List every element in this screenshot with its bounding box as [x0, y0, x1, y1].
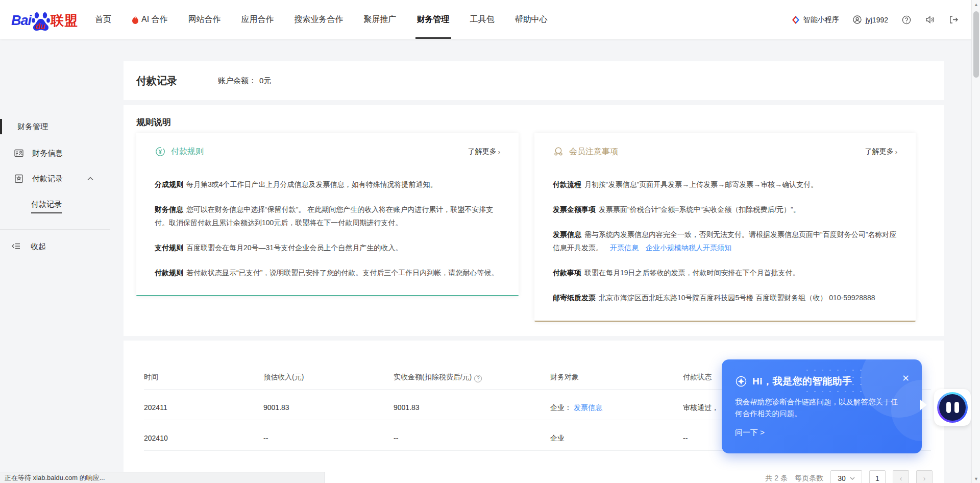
assistant-message: 我会帮助您诊断合作链路问题，以及解答您关于任何合作相关的问题。 [735, 396, 903, 420]
total-count: 共 2 条 [765, 474, 788, 483]
robot-avatar [937, 392, 968, 423]
payment-rules-more-link[interactable]: 了解更多› [468, 147, 500, 156]
cell-status: 审核通过， [683, 403, 719, 413]
compass-icon [735, 375, 747, 388]
cell-status: -- [683, 434, 688, 442]
nav-item-home[interactable]: 首页 [93, 0, 113, 39]
paw-icon: du [32, 10, 50, 31]
sidebar: 财务管理 财务信息 付款记录 付款记录 收起 [0, 39, 110, 483]
nav-item-ai[interactable]: AI 合作 [130, 0, 169, 39]
scroll-up-arrow[interactable]: ▲ [972, 0, 980, 9]
user-icon [852, 15, 863, 25]
cell-actual: 9001.83 [394, 403, 420, 412]
finance-info-icon [14, 148, 24, 158]
scrollbar-thumb[interactable] [973, 11, 979, 78]
sidebar-divider [0, 229, 110, 230]
active-section-indicator [0, 119, 2, 134]
member-notes-more-link[interactable]: 了解更多› [865, 147, 897, 156]
sidebar-item-payment-record[interactable]: 付款记录 [0, 170, 110, 187]
status-text: 正在等待 xlab.baidu.com 的响应... [5, 473, 105, 482]
cell-target: 企业 [550, 434, 565, 443]
flame-icon [132, 15, 139, 24]
rule-sharing: 分成规则每月第3或4个工作日产出上月分成信息及发票信息，如有特殊情况将提前通知。 [155, 178, 503, 191]
col-estimated: 预估收入(元) [263, 373, 304, 382]
payment-rules-card-title: 付款规则 [171, 147, 204, 157]
per-page-label: 每页条数 [795, 474, 823, 483]
browser-status-bar: 正在等待 xlab.baidu.com 的响应... [0, 472, 325, 483]
account-balance: 账户余额：0元 [218, 76, 271, 86]
cell-actual: -- [394, 434, 398, 442]
rules-title: 规则说明 [136, 116, 171, 128]
speaker-icon[interactable] [925, 15, 935, 25]
help-icon[interactable] [901, 15, 912, 25]
note-invoice-amount: 发票金额事项发票票面“价税合计”金额=系统中“实收金额（扣除税费后/元）”。 [553, 203, 900, 216]
chevron-right-icon: › [498, 148, 500, 156]
col-status: 付款状态 [683, 373, 712, 382]
miniapp-diamond-icon [791, 15, 800, 25]
page-title: 付款记录 [136, 74, 177, 88]
assistant-robot-button[interactable] [934, 389, 971, 426]
baidu-union-logo[interactable]: Bai du 联盟 [11, 8, 78, 31]
ask-now-link[interactable]: 问一下 > [735, 428, 765, 438]
note-invoice-info: 发票信息需与系统内发票信息内容完全一致，否则无法支付。请根据发票信息页面中“百度… [553, 228, 900, 254]
member-notes-card: 会员注意事项 了解更多› 付款流程月初按“发票信息”页面开具发票→上传发票→邮寄… [534, 133, 916, 322]
logo-text-du: du [35, 22, 45, 31]
small-taxpayer-guide-link[interactable]: 企业小规模纳税人开票须知 [646, 244, 731, 252]
member-notes-card-title: 会员注意事项 [569, 147, 618, 157]
sidebar-item-finance-info[interactable]: 财务信息 [0, 144, 110, 162]
user-account[interactable]: jyj1992 [852, 15, 888, 25]
page-number-button[interactable]: 1 [869, 470, 886, 483]
payment-rules-card: 付款规则 了解更多› 分成规则每月第3或4个工作日产出上月分成信息及发票信息，如… [136, 133, 519, 296]
logout-icon[interactable] [948, 15, 959, 25]
per-page-select[interactable]: 30 [830, 470, 862, 483]
nav-item-app[interactable]: 应用合作 [240, 0, 276, 39]
payment-record-icon [14, 174, 24, 184]
logo-text-bai: Bai [11, 10, 31, 31]
invoice-info-link[interactable]: 开票信息 [610, 244, 639, 252]
nav-item-screen-promo[interactable]: 聚屏推广 [362, 0, 398, 39]
note-mail-invoice: 邮寄纸质发票北京市海淀区西北旺东路10号院百度科技园5号楼 百度联盟财务组（收）… [553, 291, 900, 304]
assistant-popup: Hi，我是您的智能助手 ✕ 我会帮助您诊断合作链路问题，以及解答您关于任何合作相… [722, 359, 922, 453]
rule-pay-schedule: 支付规则百度联盟会在每月20号—31号支付企业会员上个自然月产生的收入。 [155, 241, 503, 254]
rules-panel: 规则说明 付款规则 了解更多› 分成规则每月第3或4个工作日产出上月分成信息及发… [124, 105, 944, 336]
cell-time: 202411 [144, 403, 167, 412]
member-badge-icon [553, 146, 564, 157]
invoice-info-table-link[interactable]: 发票信息 [574, 403, 602, 412]
sidebar-collapse-button[interactable]: 收起 [0, 239, 110, 254]
collapse-icon [11, 242, 20, 251]
cell-estimated: -- [263, 434, 268, 442]
sidebar-section-finance[interactable]: 财务管理 [0, 119, 110, 134]
note-payment-matter: 付款事项联盟在每月19日之后签收的发票，付款时间安排在下个月首批支付。 [553, 266, 900, 279]
nav-item-finance[interactable]: 财务管理 [415, 0, 451, 39]
col-target: 财务对象 [550, 373, 579, 382]
chevron-up-icon[interactable] [87, 177, 93, 181]
rule-finance-info: 财务信息您可以在财务信息中选择“保留付款”。 在此期间您产生的收入将在账户内进行… [155, 203, 503, 229]
next-page-button[interactable]: › [916, 470, 933, 483]
balance-value: 0元 [259, 76, 271, 85]
nav-item-help-center[interactable]: 帮助中心 [513, 0, 549, 39]
payment-record-header-panel: 付款记录 账户余额：0元 [124, 61, 944, 100]
sidebar-subitem-payment-record[interactable]: 付款记录 [31, 200, 62, 213]
nav-item-search-business[interactable]: 搜索业务合作 [293, 0, 345, 39]
cell-estimated: 9001.83 [263, 403, 289, 412]
cell-time: 202410 [144, 434, 168, 442]
nav-item-toolkit[interactable]: 工具包 [469, 0, 496, 39]
miniapp-entry[interactable]: 智能小程序 [791, 15, 839, 25]
nav-item-website[interactable]: 网站合作 [187, 0, 223, 39]
popup-tail-arrow [920, 399, 927, 410]
close-icon[interactable]: ✕ [902, 374, 910, 383]
question-circle-icon[interactable]: ? [474, 375, 482, 382]
col-time: 时间 [144, 373, 158, 382]
col-actual: 实收金额(扣除税费后/元)? [394, 373, 482, 382]
balance-label: 账户余额： [218, 76, 256, 85]
main-nav: 首页 AI 合作 网站合作 应用合作 搜索业务合作 聚屏推广 财务管理 工具包 … [93, 0, 549, 39]
pagination: 共 2 条 每页条数 30 1 ‹ › [765, 470, 933, 483]
note-payment-flow: 付款流程月初按“发票信息”页面开具发票→上传发票→邮寄发票→审核→确认支付。 [553, 178, 900, 191]
prev-page-button[interactable]: ‹ [893, 470, 909, 483]
chevron-down-icon [850, 477, 855, 480]
assistant-title: Hi，我是您的智能助手 [752, 375, 852, 388]
scroll-down-arrow[interactable]: ▼ [972, 474, 980, 483]
logo-text-union: 联盟 [51, 10, 78, 31]
page-scrollbar[interactable]: ▲ ▼ [971, 0, 980, 483]
rule-pay-status: 付款规则若付款状态显示“已支付”，说明联盟已安排了您的付款。支付后三个工作日内到… [155, 266, 503, 279]
